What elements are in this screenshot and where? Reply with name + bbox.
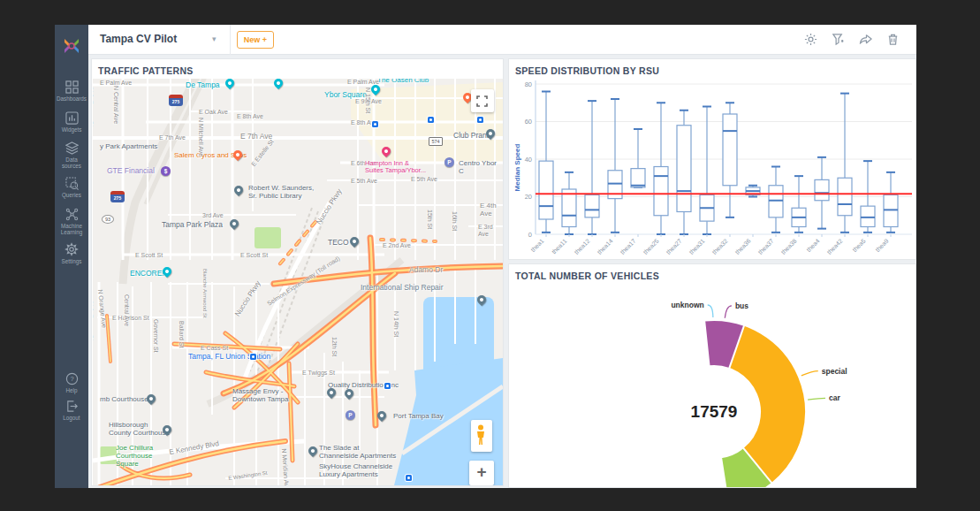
sidebar-item-data-sources[interactable]: Data sources xyxy=(55,141,88,169)
sidebar-item-settings[interactable]: Settings xyxy=(55,242,88,264)
trash-icon[interactable] xyxy=(885,32,900,47)
svg-text:thea14: thea14 xyxy=(596,238,614,256)
map-label: Nuccio Pkwy xyxy=(315,188,344,226)
donut-label: car xyxy=(829,393,840,402)
map-label: E 4th Ave xyxy=(480,202,503,218)
sidebar-item-queries[interactable]: Queries xyxy=(55,177,88,198)
map-label: Tampa Park Plaza xyxy=(162,221,223,229)
chevron-down-icon[interactable]: ▾ xyxy=(212,34,219,42)
traffic-patterns-panel: TRAFFIC PATTERNS xyxy=(91,58,504,486)
map-label: Central Ave xyxy=(123,294,130,326)
map-poi-pin[interactable]: P xyxy=(444,157,454,167)
map-fullscreen-button[interactable] xyxy=(471,89,494,112)
map-label: GTE Financial xyxy=(107,167,155,175)
map-label: 3rd Ave xyxy=(202,212,224,219)
machine-learning-nodes-icon xyxy=(65,208,79,221)
filter-icon[interactable] xyxy=(831,32,846,47)
map-pin[interactable] xyxy=(475,294,488,306)
queries-table-icon xyxy=(65,177,79,190)
sidebar-item-widgets[interactable]: Widgets xyxy=(55,111,88,133)
map-pin[interactable] xyxy=(348,235,361,248)
map-pin[interactable] xyxy=(224,79,236,89)
new-button[interactable]: New + xyxy=(237,31,274,49)
transit-station-icon[interactable] xyxy=(477,117,483,123)
svg-text:thea27: thea27 xyxy=(665,238,683,256)
map-label: E 5th Ave xyxy=(411,176,437,183)
map-label: TECO xyxy=(328,239,349,247)
map-poi-pin[interactable]: $ xyxy=(161,166,171,176)
svg-text:80: 80 xyxy=(525,80,532,88)
share-icon[interactable] xyxy=(858,32,873,47)
map-label: SkyHouse Channelside Luxury Apartments xyxy=(319,463,392,479)
map-pin[interactable] xyxy=(232,184,245,196)
donut-label: special xyxy=(822,367,847,376)
map-label: International Ship Repair xyxy=(361,284,444,292)
donut-label: unknown xyxy=(671,301,703,309)
app-window: Dashboards Widgets Data sources Queries … xyxy=(55,25,916,488)
map-label: Blanche Armwood St xyxy=(201,269,208,318)
map-label: Joe Chillura Courthouse Square xyxy=(116,445,153,468)
map-label: The Slade at Channelside Apartments xyxy=(319,445,396,461)
panel-title: TOTAL NUMBER OF VEHICLES xyxy=(509,264,915,281)
map-label: Centro Ybor C xyxy=(459,160,503,176)
map-label: Massage Envy - Downtown Tampa xyxy=(232,388,288,404)
sidebar-label: Machine Learning xyxy=(55,223,88,235)
transit-station-icon[interactable] xyxy=(372,121,378,127)
donut-chart: unknowncarspecialbus xyxy=(509,284,916,488)
gear-icon[interactable] xyxy=(803,32,818,47)
map-label: Port Tampa Bay xyxy=(393,413,444,421)
sidebar-item-dashboards[interactable]: Dashboards xyxy=(55,80,88,102)
sidebar-item-logout[interactable]: Logout xyxy=(55,400,88,421)
highway-shield: 275 xyxy=(110,191,125,202)
map-pin[interactable] xyxy=(272,79,285,89)
map-zoom-in-button[interactable]: + xyxy=(469,461,494,485)
map-label: y Park Apartments xyxy=(100,143,157,151)
sidebar-label: Help xyxy=(55,387,88,393)
screen: Dashboards Widgets Data sources Queries … xyxy=(0,0,980,511)
transit-station-icon[interactable] xyxy=(428,117,434,123)
map-label: Nuccio Pkwy xyxy=(234,280,262,318)
dashboards-grid-icon xyxy=(65,80,79,94)
transit-station-icon[interactable] xyxy=(250,354,256,360)
svg-text:thea36: thea36 xyxy=(734,238,752,256)
map-label: Robert W. Saunders, Sr. Public Library xyxy=(248,185,314,201)
svg-text:thea1: thea1 xyxy=(529,238,544,253)
map-label: 12th St xyxy=(330,337,338,356)
map-label: N Jefferson St xyxy=(93,88,94,126)
map-label: Hampton Inn & Suites Tampa/Ybor... xyxy=(365,160,426,175)
svg-text:thea32: thea32 xyxy=(711,238,729,256)
settings-gear-icon xyxy=(65,242,79,256)
svg-text:thea12: thea12 xyxy=(574,238,591,256)
svg-text:thea5: thea5 xyxy=(851,238,866,253)
map-label: E Estelle St xyxy=(250,138,275,167)
panel-title: SPEED DISTRIBUTION BY RSU xyxy=(509,59,915,76)
map-poi-pin[interactable]: P xyxy=(346,410,355,420)
dashboard-selector[interactable]: Tampa CV Pilot xyxy=(100,33,177,45)
donut-center-total: 17579 xyxy=(691,402,738,422)
app-logo-icon[interactable] xyxy=(61,35,82,57)
transit-station-icon[interactable] xyxy=(406,475,412,481)
map-label: Tampa, FL Union Station xyxy=(188,353,270,361)
map-label: E 8th Ave xyxy=(237,113,263,120)
transit-station-icon[interactable] xyxy=(384,383,391,389)
map-pin[interactable] xyxy=(376,409,388,422)
map-label: E Oak Ave xyxy=(199,109,228,116)
map-label: Governor St xyxy=(152,319,159,353)
traffic-map[interactable]: E Palm AveE Palm AveThe Oasen ClubDe Tam… xyxy=(93,79,503,485)
sidebar-item-machine-learning[interactable]: Machine Learning xyxy=(55,208,88,235)
svg-text:thea31: thea31 xyxy=(688,238,706,256)
map-label: E Twiggs St xyxy=(302,370,335,377)
pegman-control[interactable] xyxy=(471,420,492,452)
map-label: E 3rd Ave xyxy=(478,224,503,237)
sidebar-label: Data sources xyxy=(55,156,88,169)
sidebar-item-help[interactable]: ? Help xyxy=(55,372,88,393)
map-label: E Harrison St xyxy=(112,315,149,322)
map-pin[interactable] xyxy=(380,145,392,157)
map-labels-layer: E Palm AveE Palm AveThe Oasen ClubDe Tam… xyxy=(93,79,503,485)
map-pin[interactable] xyxy=(228,217,240,230)
map-label: E Washington St xyxy=(228,470,268,482)
main-content: TRAFFIC PATTERNS xyxy=(88,55,916,488)
map-pin[interactable] xyxy=(307,445,319,457)
sidebar-label: Queries xyxy=(55,192,88,198)
map-label: E Scott St xyxy=(135,252,163,259)
